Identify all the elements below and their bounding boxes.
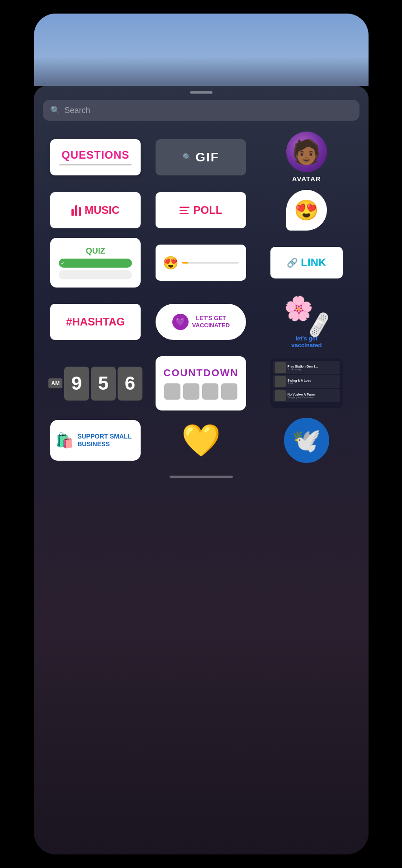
music-info-2: Swing & A Loss 3:24 bbox=[288, 379, 338, 385]
countdown-box-4 bbox=[221, 383, 237, 400]
search-input[interactable]: Search bbox=[65, 106, 90, 115]
avatar-sticker-cell[interactable]: 🧑🏾 AVATAR bbox=[254, 132, 359, 183]
hashtag-sticker-cell[interactable]: #HASHTAG bbox=[43, 304, 148, 340]
music-bars bbox=[71, 204, 81, 216]
music-card[interactable]: MUSIC bbox=[50, 192, 141, 228]
quiz-card[interactable]: QUIZ ✓ bbox=[50, 238, 141, 288]
questions-sticker-cell[interactable]: QUESTIONS bbox=[43, 139, 148, 175]
music-sub-1: 2 min away bbox=[288, 368, 338, 371]
music-bar-1 bbox=[71, 209, 74, 216]
music-list-row-2: Swing & A Loss 3:24 bbox=[273, 375, 340, 388]
peace-dove[interactable]: 🕊️ bbox=[284, 418, 329, 463]
countdown-label: COUNTDOWN bbox=[164, 367, 239, 379]
music-label: MUSIC bbox=[85, 204, 119, 217]
search-bar[interactable]: 🔍 Search bbox=[43, 100, 359, 121]
questions-underline bbox=[59, 164, 132, 165]
emoji-bubble-card[interactable]: 😍 bbox=[286, 190, 327, 231]
link-card[interactable]: 🔗 LINK bbox=[270, 247, 343, 278]
vaccinated-card[interactable]: 💜 LET'S GETVACCINATED bbox=[156, 304, 246, 340]
countdown-box-1 bbox=[164, 383, 180, 400]
quiz-option-2 bbox=[59, 270, 132, 279]
poll-card[interactable]: POLL bbox=[156, 192, 246, 228]
search-icon: 🔍 bbox=[50, 105, 60, 115]
peace-dove-cell[interactable]: 🕊️ bbox=[254, 418, 359, 463]
questions-card[interactable]: QUESTIONS bbox=[50, 139, 141, 175]
gif-label: GIF bbox=[195, 150, 219, 165]
music-list-inner: Play Station Gen 3... 2 min away Swing &… bbox=[270, 359, 343, 405]
vacc-sticker[interactable]: 🌸 🩹 let's getvaccinated bbox=[279, 295, 334, 349]
countdown-boxes bbox=[164, 383, 237, 400]
poll-sticker-cell[interactable]: POLL bbox=[148, 192, 254, 228]
music-title-2: Swing & A Loss bbox=[288, 379, 338, 382]
link-label: LINK bbox=[301, 256, 326, 269]
quiz-sticker-cell[interactable]: QUIZ ✓ bbox=[43, 238, 148, 288]
slider-track[interactable] bbox=[182, 262, 239, 264]
clock-minute: 5 bbox=[91, 367, 116, 401]
sticker-row-6: 🛍️ SUPPORT SMALL BUSINESS 💛 🕊️ bbox=[43, 418, 359, 463]
countdown-box-2 bbox=[183, 383, 199, 400]
sticker-row-3: QUIZ ✓ 😍 🔗 LINK bbox=[43, 238, 359, 288]
home-indicator bbox=[170, 476, 233, 478]
link-chain-icon: 🔗 bbox=[287, 257, 298, 268]
vaccinated-sticker-cell[interactable]: 🌸 🩹 let's getvaccinated bbox=[254, 295, 359, 349]
ukraine-heart-cell[interactable]: 💛 bbox=[148, 418, 254, 463]
clock-sticker-cell[interactable]: AM 9 5 6 bbox=[43, 367, 148, 401]
bottom-sheet: 🔍 Search QUESTIONS 🔍 GIF 🧑🏾 AVATA bbox=[34, 86, 369, 854]
music-list-row-1: Play Station Gen 3... 2 min away bbox=[273, 361, 340, 374]
music-bar-3 bbox=[79, 207, 81, 216]
countdown-sticker-cell[interactable]: COUNTDOWN bbox=[148, 356, 254, 410]
sticker-row-2: MUSIC POLL 😍 bbox=[43, 190, 359, 231]
slider-fill bbox=[182, 262, 188, 264]
music-sub-3: Single y los Cantares bbox=[288, 396, 338, 399]
slider-card[interactable]: 😍 bbox=[156, 245, 246, 281]
slider-sticker-cell[interactable]: 😍 bbox=[148, 245, 254, 281]
vacc-sticker-text: let's getvaccinated bbox=[291, 335, 322, 349]
gif-sticker-cell[interactable]: 🔍 GIF bbox=[148, 139, 254, 175]
avatar-card[interactable]: 🧑🏾 AVATAR bbox=[286, 132, 327, 183]
emoji-bubble-sticker-cell[interactable]: 😍 bbox=[254, 190, 359, 231]
music-thumb-1 bbox=[275, 362, 286, 373]
music-thumb-2 bbox=[275, 376, 286, 387]
support-bag-icon: 🛍️ bbox=[56, 432, 74, 449]
clock-card[interactable]: AM 9 5 6 bbox=[48, 367, 142, 401]
poll-lines bbox=[180, 207, 189, 214]
music-bar-2 bbox=[75, 205, 77, 216]
quiz-option-selected: ✓ bbox=[59, 259, 132, 268]
music-sub-2: 3:24 bbox=[288, 382, 338, 385]
music-thumb-3 bbox=[275, 390, 286, 401]
top-bar bbox=[34, 14, 369, 86]
music-list-card[interactable]: Play Station Gen 3... 2 min away Swing &… bbox=[270, 359, 343, 408]
vacc-icon: 💜 bbox=[172, 314, 189, 330]
sticker-row-4: #HASHTAG 💜 LET'S GETVACCINATED 🌸 🩹 let's… bbox=[43, 295, 359, 349]
slider-emoji: 😍 bbox=[163, 255, 179, 270]
drag-handle[interactable] bbox=[190, 91, 213, 94]
hashtag-card[interactable]: #HASHTAG bbox=[50, 304, 141, 340]
emoji-bubble-emoji: 😍 bbox=[294, 198, 319, 222]
sticker-row-5: AM 9 5 6 COUNTDOWN bbox=[43, 356, 359, 410]
gif-card[interactable]: 🔍 GIF bbox=[156, 139, 246, 175]
questions-label: QUESTIONS bbox=[61, 149, 129, 161]
sticker-row-1: QUESTIONS 🔍 GIF 🧑🏾 AVATAR bbox=[43, 132, 359, 183]
countdown-card[interactable]: COUNTDOWN bbox=[156, 356, 246, 410]
poll-line-2 bbox=[180, 210, 187, 211]
avatar-circle: 🧑🏾 bbox=[286, 132, 327, 172]
support-sticker-cell[interactable]: 🛍️ SUPPORT SMALL BUSINESS bbox=[43, 420, 148, 461]
hashtag-label: #HASHTAG bbox=[66, 316, 125, 328]
music-title-1: Play Station Gen 3... bbox=[288, 365, 338, 368]
link-sticker-cell[interactable]: 🔗 LINK bbox=[254, 247, 359, 278]
support-card[interactable]: 🛍️ SUPPORT SMALL BUSINESS bbox=[50, 420, 141, 461]
poll-label: POLL bbox=[193, 204, 222, 217]
music-title-3: No Vuelvo A Tener bbox=[288, 393, 338, 396]
music-info-3: No Vuelvo A Tener Single y los Cantares bbox=[288, 393, 338, 399]
vaccinated-card-cell[interactable]: 💜 LET'S GETVACCINATED bbox=[148, 304, 254, 340]
clock-second: 6 bbox=[118, 367, 142, 401]
music-sticker-cell[interactable]: MUSIC bbox=[43, 192, 148, 228]
music-list-row-3: No Vuelvo A Tener Single y los Cantares bbox=[273, 389, 340, 402]
countdown-box-3 bbox=[202, 383, 218, 400]
music-list-sticker-cell[interactable]: Play Station Gen 3... 2 min away Swing &… bbox=[254, 359, 359, 408]
poll-line-3 bbox=[180, 213, 189, 214]
ukraine-heart[interactable]: 💛 bbox=[178, 418, 223, 463]
quiz-check-icon: ✓ bbox=[61, 260, 65, 266]
poll-line-1 bbox=[180, 207, 189, 208]
avatar-label: AVATAR bbox=[292, 175, 321, 183]
